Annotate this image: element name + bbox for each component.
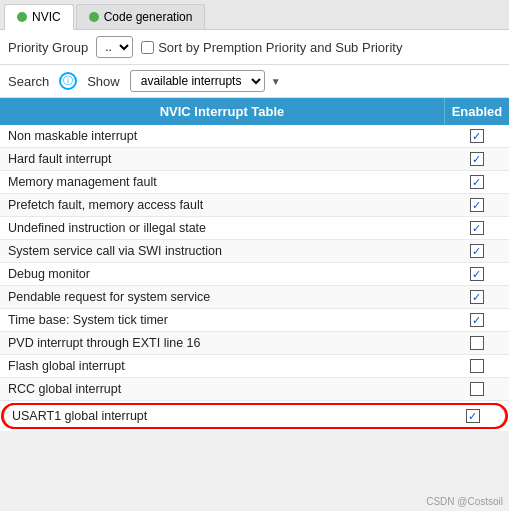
enabled-checkbox[interactable] — [444, 217, 509, 239]
interrupt-name: USART1 global interrupt — [4, 405, 440, 427]
tab-nvic[interactable]: NVIC — [4, 4, 74, 30]
table-row: Hard fault interrupt — [0, 148, 509, 171]
code-gen-dot — [89, 12, 99, 22]
table-row: Debug monitor — [0, 263, 509, 286]
search-label: Search — [8, 74, 49, 89]
interrupt-name: PVD interrupt through EXTI line 16 — [0, 332, 444, 354]
table-row: USART1 global interrupt — [2, 403, 507, 429]
search-icon[interactable]: ⓘ — [59, 72, 77, 90]
table-header-enabled: Enabled — [444, 98, 509, 125]
tabs-bar: NVIC Code generation — [0, 0, 509, 30]
show-dropdown-icon: ▼ — [271, 76, 281, 87]
interrupt-name: Non maskable interrupt — [0, 125, 444, 147]
watermark: CSDN @Costsoil — [426, 496, 503, 507]
interrupt-name: Undefined instruction or illegal state — [0, 217, 444, 239]
interrupt-name: Flash global interrupt — [0, 355, 444, 377]
priority-group-label: Priority Group — [8, 40, 88, 55]
controls-row: Priority Group .. Sort by Premption Prio… — [0, 30, 509, 65]
table-header-name: NVIC Interrupt Table — [0, 98, 444, 125]
enabled-checkbox[interactable] — [444, 286, 509, 308]
show-select[interactable]: available interrupts — [130, 70, 265, 92]
table-row: Prefetch fault, memory access fault — [0, 194, 509, 217]
nvic-dot — [17, 12, 27, 22]
interrupt-name: Hard fault interrupt — [0, 148, 444, 170]
table-row: RCC global interrupt — [0, 378, 509, 401]
table-row: Non maskable interrupt — [0, 125, 509, 148]
sort-label-text: Sort by Premption Priority and Sub Prior… — [158, 40, 402, 55]
table-row: Time base: System tick timer — [0, 309, 509, 332]
tab-nvic-label: NVIC — [32, 10, 61, 24]
enabled-checkbox[interactable] — [444, 171, 509, 193]
table-row: Undefined instruction or illegal state — [0, 217, 509, 240]
enabled-checkbox[interactable] — [444, 332, 509, 354]
tab-code-generation[interactable]: Code generation — [76, 4, 206, 29]
enabled-checkbox[interactable] — [444, 194, 509, 216]
priority-group-select[interactable]: .. — [96, 36, 133, 58]
interrupt-name: Memory management fault — [0, 171, 444, 193]
enabled-checkbox[interactable] — [444, 240, 509, 262]
sort-checkbox[interactable] — [141, 41, 154, 54]
enabled-checkbox[interactable] — [444, 148, 509, 170]
interrupt-table: NVIC Interrupt Table Enabled Non maskabl… — [0, 98, 509, 431]
interrupt-name: Pendable request for system service — [0, 286, 444, 308]
interrupt-name: Debug monitor — [0, 263, 444, 285]
enabled-checkbox[interactable] — [440, 405, 505, 427]
show-label: Show — [87, 74, 120, 89]
table-row: Pendable request for system service — [0, 286, 509, 309]
enabled-checkbox[interactable] — [444, 263, 509, 285]
table-header-row: NVIC Interrupt Table Enabled — [0, 98, 509, 125]
enabled-checkbox[interactable] — [444, 355, 509, 377]
table-row: PVD interrupt through EXTI line 16 — [0, 332, 509, 355]
enabled-checkbox[interactable] — [444, 125, 509, 147]
table-row: Flash global interrupt — [0, 355, 509, 378]
table-body: Non maskable interruptHard fault interru… — [0, 125, 509, 429]
interrupt-name: Time base: System tick timer — [0, 309, 444, 331]
tab-code-gen-label: Code generation — [104, 10, 193, 24]
interrupt-name: System service call via SWI instruction — [0, 240, 444, 262]
table-row: Memory management fault — [0, 171, 509, 194]
table-row: System service call via SWI instruction — [0, 240, 509, 263]
search-row: Search ⓘ Show available interrupts ▼ — [0, 65, 509, 98]
interrupt-name: RCC global interrupt — [0, 378, 444, 400]
enabled-checkbox[interactable] — [444, 378, 509, 400]
interrupt-name: Prefetch fault, memory access fault — [0, 194, 444, 216]
enabled-checkbox[interactable] — [444, 309, 509, 331]
app-container: NVIC Code generation Priority Group .. S… — [0, 0, 509, 511]
sort-checkbox-label[interactable]: Sort by Premption Priority and Sub Prior… — [141, 40, 402, 55]
